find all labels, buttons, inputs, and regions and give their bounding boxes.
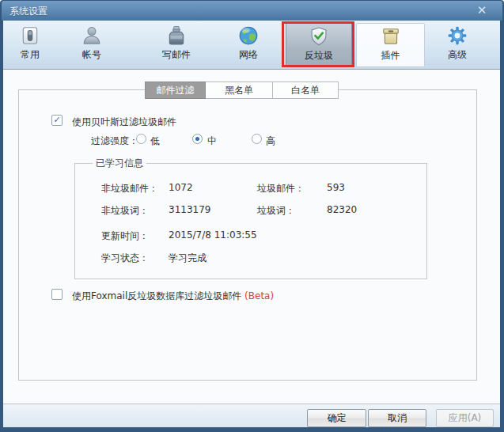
mail-filter-panel (18, 89, 477, 381)
toolbar-label-account: 帐号 (62, 48, 122, 62)
toolbar-item-account[interactable]: 帐号 (62, 23, 122, 67)
tab-blacklist[interactable]: 黑名单 (206, 81, 273, 99)
tab-mail-filter[interactable]: 邮件过滤 (145, 81, 206, 99)
toolbar-item-network[interactable]: 网络 (218, 23, 279, 67)
cancel-button[interactable]: 取消 (368, 409, 426, 427)
switch-icon (3, 23, 57, 47)
toolbar-label-plugins: 插件 (357, 49, 424, 63)
user-icon (62, 23, 122, 47)
system-settings-dialog: 系统设置 ✕ 常用 (0, 0, 504, 432)
toolbar-item-antispam[interactable]: 反垃圾 (286, 23, 352, 67)
toolbar-item-plugins[interactable]: 插件 (356, 23, 425, 67)
globe-icon (218, 23, 279, 47)
dialog-body: 常用 帐号 (3, 21, 500, 427)
shield-check-icon (286, 24, 351, 47)
window-title: 系统设置 (9, 5, 47, 18)
tab-whitelist[interactable]: 白名单 (273, 81, 339, 99)
toolbar-item-advanced[interactable]: 高级 (427, 23, 487, 67)
toolbar-label-antispam: 反垃圾 (286, 49, 351, 63)
learned-info-title: 已学习信息 (93, 157, 146, 170)
toolbar-item-common[interactable]: 常用 (3, 23, 57, 67)
titlebar: 系统设置 ✕ (2, 1, 502, 21)
gear-icon (427, 23, 487, 47)
toolbar-item-compose[interactable]: 写邮件 (146, 23, 207, 67)
settings-toolbar: 常用 帐号 (3, 21, 500, 70)
toolbar-label-common: 常用 (3, 48, 57, 62)
antispam-tabs: 邮件过滤 黑名单 白名单 (145, 81, 339, 99)
ok-button[interactable]: 确定 (307, 409, 366, 427)
toolbar-label-network: 网络 (218, 48, 279, 62)
plugin-box-icon (357, 24, 424, 47)
toolbar-label-advanced: 高级 (427, 48, 487, 62)
close-icon[interactable]: ✕ (474, 3, 490, 18)
toolbar-label-compose: 写邮件 (146, 48, 207, 62)
ink-bottle-icon (146, 23, 207, 47)
apply-button[interactable]: 应用(A) (436, 409, 494, 427)
